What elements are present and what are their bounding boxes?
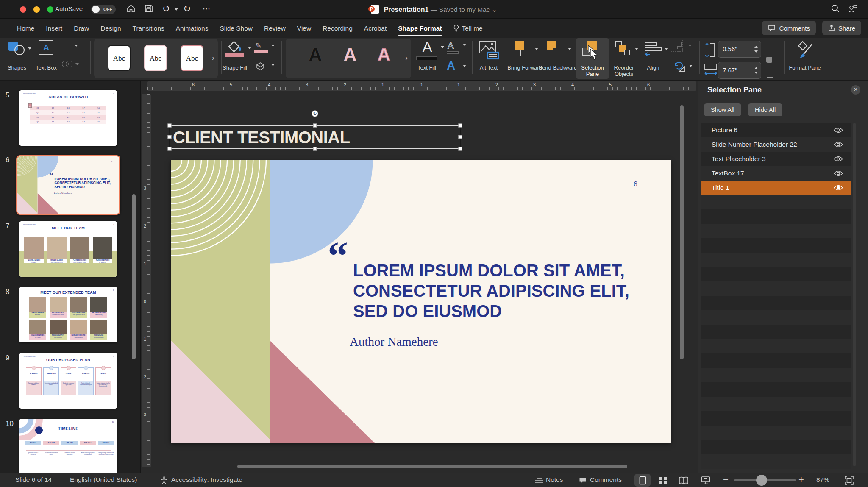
testimonial-text[interactable]: LOREM IPSUM DOLOR SIT AMET,CONSECTETUR A…	[54, 177, 114, 189]
width-increment-icon[interactable]	[754, 67, 758, 69]
show-all-button[interactable]: Show All	[704, 103, 741, 116]
author-name-text[interactable]: Author Namehere	[350, 335, 438, 349]
slide-thumbnail-8[interactable]: 8MEET OUR EXTENDED TEAM TAKUMA HAYASHIPr…	[19, 287, 117, 342]
resize-handle-ne[interactable]	[459, 124, 462, 128]
merge-shapes-chevron-icon[interactable]	[75, 63, 79, 65]
edit-shape-chevron-icon[interactable]	[75, 45, 78, 47]
share-button[interactable]: Share	[822, 21, 861, 35]
visibility-eye-icon[interactable]	[834, 142, 843, 147]
close-icon[interactable]: ✕	[851, 85, 860, 95]
resize-handle-n[interactable]	[313, 124, 317, 128]
slide-sorter-view-button[interactable]	[655, 474, 671, 487]
tab-shape-format[interactable]: Shape Format	[398, 25, 442, 32]
shape-style-option[interactable]: Abc	[144, 45, 167, 71]
gallery-more-chevron-icon[interactable]: ›	[212, 54, 214, 62]
wordart-option[interactable]: A	[303, 45, 328, 65]
tab-design[interactable]: Design	[100, 25, 121, 32]
shape-fill-button[interactable]	[225, 40, 244, 53]
rotation-handle[interactable]: ↻	[312, 110, 318, 117]
tab-transitions[interactable]: Transitions	[133, 25, 164, 32]
shape-outline-chevron-icon[interactable]	[271, 45, 275, 47]
selection-pane-item[interactable]: Title 1	[701, 181, 851, 195]
shape-style-option[interactable]: Abc	[181, 45, 203, 71]
language-selector[interactable]: English (United States)	[70, 476, 137, 484]
slide-title-text[interactable]: CLIENT TESTIMONIAL	[173, 126, 350, 149]
text-outline-chevron-icon[interactable]	[463, 44, 466, 46]
tab-home[interactable]: Home	[17, 25, 34, 32]
tab-animations[interactable]: Animations	[176, 25, 209, 32]
edit-shape-icon[interactable]	[63, 42, 70, 49]
comments-button[interactable]: Comments	[762, 21, 816, 35]
slide-thumbnail-7[interactable]: Presentation title7MEET OUR TEAM TAKUMA …	[19, 221, 117, 277]
notes-toggle[interactable]: Notes	[546, 476, 563, 484]
tab-slide-show[interactable]: Slide Show	[220, 25, 253, 32]
text-fill-icon[interactable]: A	[418, 39, 437, 55]
shape-height-input[interactable]: 0.56"	[718, 41, 761, 58]
shape-outline-icon[interactable]: ✎	[255, 41, 262, 50]
shape-style-option[interactable]: Abc	[108, 45, 131, 71]
zoom-in-button[interactable]: +	[798, 474, 804, 485]
reorder-objects-chevron-icon[interactable]	[635, 48, 638, 50]
tab-tell-me[interactable]: Tell me	[453, 25, 483, 32]
thumbnail-scrollbar[interactable]	[132, 194, 136, 359]
canvas-horizontal-scrollbar[interactable]	[237, 465, 627, 468]
search-icon[interactable]	[831, 4, 840, 13]
tab-insert[interactable]: Insert	[46, 25, 62, 32]
gallery-more-chevron-icon[interactable]: ›	[405, 54, 408, 62]
visibility-eye-icon[interactable]	[834, 170, 843, 176]
resize-handle-se[interactable]	[459, 147, 462, 151]
zoom-percent[interactable]: 87%	[816, 476, 829, 484]
selection-pane-item[interactable]: Picture 6	[701, 123, 851, 137]
resize-handle-e[interactable]	[459, 135, 462, 139]
text-outline-icon[interactable]: A	[448, 40, 454, 51]
selection-pane-item[interactable]: TextBox 17	[701, 166, 851, 181]
align-chevron-icon[interactable]	[665, 48, 668, 50]
text-effects-icon[interactable]: A	[447, 59, 455, 72]
comments-toggle[interactable]: Comments	[590, 476, 622, 484]
shapes-chevron-icon[interactable]	[28, 47, 31, 50]
text-box-icon[interactable]: A	[39, 40, 53, 55]
alt-text-icon[interactable]	[479, 40, 500, 60]
slideshow-view-button[interactable]	[698, 474, 714, 487]
tab-review[interactable]: Review	[264, 25, 286, 32]
format-pane-button[interactable]	[795, 40, 815, 60]
reading-view-button[interactable]	[676, 474, 692, 487]
slide-thumbnail-6[interactable]: 6 “ LOREM IPSUM DOLOR SIT AMET,CONSECTET…	[16, 155, 120, 215]
testimonial-text[interactable]: LOREM IPSUM DOLOR SIT AMET,CONSECTETUR A…	[353, 260, 650, 321]
resize-handle-nw[interactable]	[168, 124, 172, 128]
fit-slide-to-window-button[interactable]	[841, 474, 857, 487]
accessibility-status[interactable]: Accessibility: Investigate	[171, 476, 242, 484]
lock-aspect-ratio-icon[interactable]	[766, 57, 772, 63]
height-increment-icon[interactable]	[754, 46, 758, 48]
canvas-vertical-scrollbar[interactable]	[680, 105, 684, 359]
resize-handle-w[interactable]	[168, 135, 172, 139]
selection-pane-item[interactable]: Slide Number Placeholder 22	[701, 137, 851, 152]
tab-draw[interactable]: Draw	[74, 25, 89, 32]
resize-handle-sw[interactable]	[168, 147, 172, 151]
bring-forward-chevron-icon[interactable]	[535, 48, 538, 50]
wordart-option[interactable]: A	[337, 45, 363, 65]
shape-effects-chevron-icon[interactable]	[271, 64, 275, 66]
slide-thumbnail-9[interactable]: Presentation title9OUR PROPOSED PLAN PLA…	[19, 353, 117, 409]
text-fill-chevron-icon[interactable]	[441, 46, 444, 48]
width-decrement-icon[interactable]	[754, 72, 758, 74]
zoom-out-button[interactable]: −	[723, 474, 729, 485]
shape-fill-chevron-icon[interactable]	[248, 47, 251, 49]
slide-thumbnail-5[interactable]: Presentation title5AREAS OF GROWTH B2BSu…	[19, 90, 117, 146]
visibility-eye-icon[interactable]	[834, 156, 843, 162]
selection-pane-scrollbar[interactable]	[853, 123, 856, 466]
resize-handle-s[interactable]	[313, 147, 317, 151]
zoom-slider-knob[interactable]	[756, 475, 767, 486]
presenter-coach-icon[interactable]	[848, 4, 858, 13]
visibility-eye-icon[interactable]	[834, 185, 843, 191]
hide-all-button[interactable]: Hide All	[748, 103, 782, 116]
slide[interactable]: 6 “ LOREM IPSUM DOLOR SIT AMET,CONSECTET…	[171, 160, 671, 443]
rotate-objects-icon[interactable]	[674, 61, 686, 72]
group-chevron-icon[interactable]	[688, 45, 692, 47]
height-decrement-icon[interactable]	[754, 50, 758, 53]
slide-thumbnail-10[interactable]: 10 TIMELINE SEP 20XXNOV 20XXJAN 20XXMAR …	[19, 419, 117, 473]
shape-width-input[interactable]: 7.67"	[718, 62, 761, 79]
wordart-option[interactable]: A	[371, 45, 397, 65]
author-name-text[interactable]: Author Namehere	[54, 192, 72, 195]
rotate-chevron-icon[interactable]	[689, 65, 693, 67]
